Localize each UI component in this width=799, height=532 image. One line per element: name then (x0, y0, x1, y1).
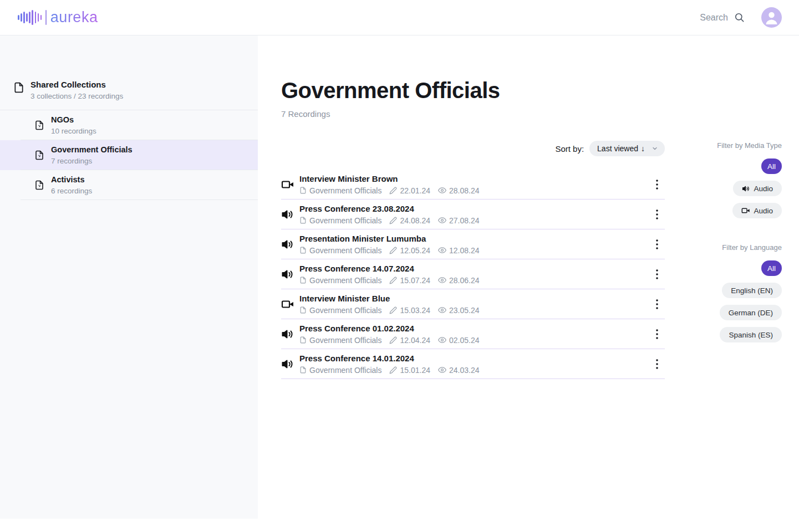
collection-meta: Government Officials (299, 306, 381, 315)
recording-meta: Government Officials 24.08.24 27.08.24 (299, 216, 650, 225)
recording-title: Interview Minister Brown (299, 174, 650, 184)
filter-pill-all[interactable]: All (761, 158, 782, 174)
kebab-icon (656, 329, 658, 339)
file-icon (299, 216, 307, 224)
kebab-icon (656, 359, 658, 369)
pencil-icon (389, 336, 397, 344)
collection-name: NGOs (51, 115, 96, 125)
filter-pill-audio[interactable]: Audio (733, 181, 782, 196)
viewed-date-meta: 12.08.24 (438, 246, 480, 255)
recording-meta: Government Officials 15.03.24 23.05.24 (299, 306, 650, 315)
edited-date-meta: 24.08.24 (389, 216, 430, 225)
edited-date: 15.07.24 (400, 276, 430, 285)
app-header: aureka Search (0, 0, 799, 35)
collection-label: Government Officials (309, 246, 381, 255)
recording-meta: Government Officials 12.05.24 12.08.24 (299, 246, 650, 255)
edited-date: 15.03.24 (400, 306, 430, 315)
collection-meta: Government Officials (299, 366, 381, 375)
file-audio-icon (34, 149, 44, 161)
waveform-logo-icon (18, 9, 47, 26)
recording-row[interactable]: Interview Minister Blue Government Offic… (281, 289, 665, 319)
filter-media-type-title: Filter by Media Type (717, 141, 782, 150)
collection-label: Government Officials (309, 306, 381, 315)
sort-direction-arrow: ↓ (641, 144, 645, 153)
row-menu-button[interactable] (650, 237, 664, 252)
collection-count: 6 recordings (51, 187, 92, 195)
pencil-icon (389, 187, 397, 195)
row-menu-button[interactable] (650, 177, 664, 192)
language-pills: All English (EN) (720, 252, 782, 342)
eye-icon (438, 216, 446, 224)
sort-row: Sort by: Last viewed ↓ (281, 141, 665, 156)
recording-row[interactable]: Press Conference 23.08.2024 Government O… (281, 200, 665, 229)
recording-meta: Government Officials 12.04.24 02.05.24 (299, 336, 650, 345)
filter-pill-audio[interactable]: Audio (732, 203, 782, 218)
page-subtitle: 7 Recordings (281, 109, 782, 119)
row-menu-button[interactable] (650, 356, 664, 372)
sidebar-item-activists[interactable]: Activists 6 recordings (0, 170, 258, 200)
row-menu-button[interactable] (650, 296, 664, 312)
row-menu-button[interactable] (650, 207, 664, 222)
recording-row[interactable]: Presentation Minister Lumumba Government… (281, 229, 665, 259)
recording-row[interactable]: Press Conference 14.07.2024 Government O… (281, 259, 665, 289)
speaker-icon (281, 268, 294, 281)
speaker-icon (281, 357, 294, 371)
edited-date: 12.05.24 (400, 246, 430, 255)
recording-title: Interview Minister Blue (299, 294, 650, 304)
logo[interactable]: aureka (18, 9, 98, 26)
kebab-icon (656, 269, 658, 279)
collection-label: Government Officials (309, 276, 381, 285)
row-menu-button[interactable] (650, 326, 664, 342)
sort-by-label: Sort by: (555, 144, 584, 154)
row-menu-button[interactable] (650, 267, 664, 282)
filter-pill-spanish-es-[interactable]: Spanish (ES) (720, 327, 782, 342)
file-icon (299, 336, 307, 344)
edited-date-meta: 15.07.24 (389, 276, 430, 285)
recording-row[interactable]: Press Conference 01.02.2024 Government O… (281, 319, 665, 349)
eye-icon (438, 336, 446, 344)
viewed-date: 27.08.24 (449, 216, 480, 225)
edited-date-meta: 15.01.24 (389, 366, 430, 375)
search-label: Search (700, 13, 728, 23)
recording-row[interactable]: Interview Minister Brown Government Offi… (281, 170, 665, 200)
edited-date: 24.08.24 (400, 216, 430, 225)
file-icon (13, 81, 24, 94)
recording-row[interactable]: Press Conference 14.01.2024 Government O… (281, 349, 665, 379)
sidebar: Shared Collections 3 collections / 23 re… (0, 35, 258, 519)
user-avatar[interactable] (761, 7, 782, 28)
kebab-icon (656, 209, 658, 219)
filter-pill-english-en-[interactable]: English (EN) (722, 283, 782, 298)
sidebar-item-ngos[interactable]: NGOs 10 recordings (0, 110, 258, 140)
kebab-icon (656, 299, 658, 309)
file-icon (299, 246, 307, 254)
sidebar-subtitle: 3 collections / 23 recordings (30, 92, 123, 100)
filter-pill-german-de-[interactable]: German (DE) (720, 305, 782, 320)
viewed-date-meta: 28.08.24 (438, 186, 480, 195)
kebab-icon (656, 239, 658, 249)
viewed-date-meta: 23.05.24 (438, 306, 480, 315)
pill-label: All (767, 264, 776, 273)
chevron-down-icon (652, 145, 658, 152)
pill-label: All (767, 162, 776, 171)
filter-language-title: Filter by Language (722, 243, 782, 252)
filter-panel: Filter by Media Type All (665, 141, 782, 379)
pill-label: Audio (754, 185, 773, 193)
edited-date: 12.04.24 (400, 336, 430, 345)
recording-title: Presentation Minister Lumumba (299, 234, 650, 244)
filter-pill-all[interactable]: All (761, 260, 782, 276)
pill-label: Audio (754, 207, 773, 215)
collection-name: Activists (51, 175, 92, 185)
search-button[interactable]: Search (700, 12, 745, 23)
sort-dropdown[interactable]: Last viewed ↓ (589, 141, 665, 156)
sidebar-item-government-officials[interactable]: Government Officials 7 recordings (0, 140, 258, 170)
pencil-icon (389, 217, 397, 224)
recording-title: Press Conference 23.08.2024 (299, 204, 650, 214)
speaker-icon (281, 208, 294, 221)
videocam-icon (281, 298, 294, 311)
file-audio-icon (34, 119, 44, 131)
edited-date-meta: 15.03.24 (389, 306, 430, 315)
viewed-date-meta: 24.03.24 (438, 366, 480, 375)
collection-label: Government Officials (309, 336, 381, 345)
recording-meta: Government Officials 15.01.24 24.03.24 (299, 366, 650, 375)
user-icon (761, 7, 782, 28)
